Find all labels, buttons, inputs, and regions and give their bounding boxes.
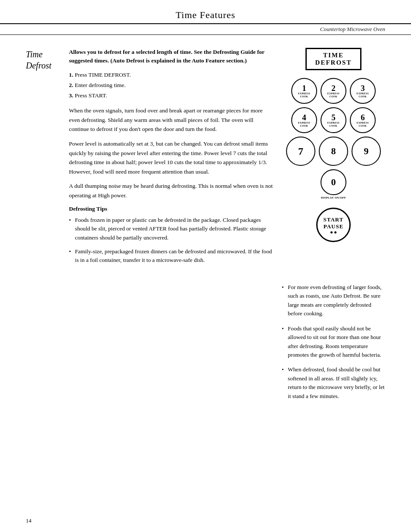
sub-header: Countertop Microwave Oven	[0, 24, 411, 35]
para-1: When the oven signals, turn food over an…	[69, 106, 273, 134]
bottom-right-bullets: For more even defrosting of larger foods…	[282, 283, 385, 407]
pause-label: PAUSE	[324, 223, 344, 230]
start-label: START	[324, 216, 344, 223]
left-bullet-2: Family-size, prepackaged frozen dinners …	[69, 247, 273, 265]
bottom-left	[69, 283, 269, 407]
key-5[interactable]: 5 EXPRESSCOOK	[321, 107, 346, 133]
right-bullet-list: For more even defrosting of larger foods…	[282, 283, 385, 401]
key-6[interactable]: 6 EXPRESSCOOK	[350, 107, 376, 133]
left-bullet-1: Foods frozen in paper or plastic can be …	[69, 216, 273, 242]
keypad-row-1: 1 EXPRESSCOOK 2 EXPRESSCOOK 3 EXPRESSCOO…	[291, 78, 376, 104]
section-label-container: Time Defrost	[26, 48, 69, 270]
tips-heading: Defrosting Tips	[69, 205, 273, 212]
section-label: Time Defrost	[26, 49, 69, 71]
para-3: A dull thumping noise may be heard durin…	[69, 181, 273, 200]
page-number: 14	[26, 517, 31, 524]
key-3[interactable]: 3 EXPRESSCOOK	[350, 78, 376, 104]
right-bullet-1: For more even defrosting of larger foods…	[282, 283, 385, 318]
page-header: Time Features	[0, 0, 411, 24]
step-1: 1. Press TIME DEFROST.	[69, 71, 273, 79]
key-2[interactable]: 2 EXPRESSCOOK	[321, 78, 346, 104]
start-dots	[330, 231, 336, 233]
start-pause-button[interactable]: START PAUSE	[316, 208, 351, 242]
key-0[interactable]: 0	[321, 169, 346, 195]
main-content: Allows you to defrost for a selected len…	[69, 48, 282, 270]
key-4[interactable]: 4 EXPRESSCOOK	[291, 107, 317, 133]
step-3: 3. Press START.	[69, 91, 273, 100]
page-body: Time Defrost Allows you to defrost for a…	[0, 35, 411, 283]
display-on-off-label: DISPLAY ON/OFF	[321, 196, 346, 199]
key-7[interactable]: 7	[286, 137, 315, 166]
key-9[interactable]: 9	[352, 137, 381, 166]
dot-2	[334, 231, 336, 233]
right-bullet-2: Foods that spoil easily should not be al…	[282, 324, 385, 360]
step-2: 2. Enter defrosting time.	[69, 81, 273, 90]
key-0-row: 0 DISPLAY ON/OFF	[321, 169, 346, 199]
bottom-section: For more even defrosting of larger foods…	[0, 283, 411, 420]
page-title: Time Features	[176, 9, 236, 20]
key-1[interactable]: 1 EXPRESSCOOK	[291, 78, 317, 104]
time-defrost-button[interactable]: TIME DEFROST	[305, 48, 361, 70]
time-defrost-label-1: TIME	[323, 52, 344, 59]
right-panel: TIME DEFROST 1 EXPRESSCOOK 2 EXPRESSCOOK…	[282, 48, 385, 270]
right-bullet-3: When defrosted, food should be cool but …	[282, 365, 385, 401]
key-8[interactable]: 8	[319, 137, 348, 166]
keypad-row-3: 7 8 9	[286, 137, 381, 166]
intro-text: Allows you to defrost for a selected len…	[69, 48, 273, 65]
keypad-row-2: 4 EXPRESSCOOK 5 EXPRESSCOOK 6 EXPRESSCOO…	[291, 107, 376, 133]
steps-list: 1. Press TIME DEFROST. 2. Enter defrosti…	[69, 71, 273, 100]
keypad-area: TIME DEFROST 1 EXPRESSCOOK 2 EXPRESSCOOK…	[286, 48, 381, 242]
subtitle: Countertop Microwave Oven	[320, 26, 385, 33]
dot-1	[330, 231, 333, 233]
para-2: Power level is automatically set at 3, b…	[69, 139, 273, 176]
left-bullet-list: Foods frozen in paper or plastic can be …	[69, 216, 273, 265]
time-defrost-label-2: DEFROST	[315, 59, 352, 66]
keypad-grid: 1 EXPRESSCOOK 2 EXPRESSCOOK 3 EXPRESSCOO…	[286, 78, 381, 242]
